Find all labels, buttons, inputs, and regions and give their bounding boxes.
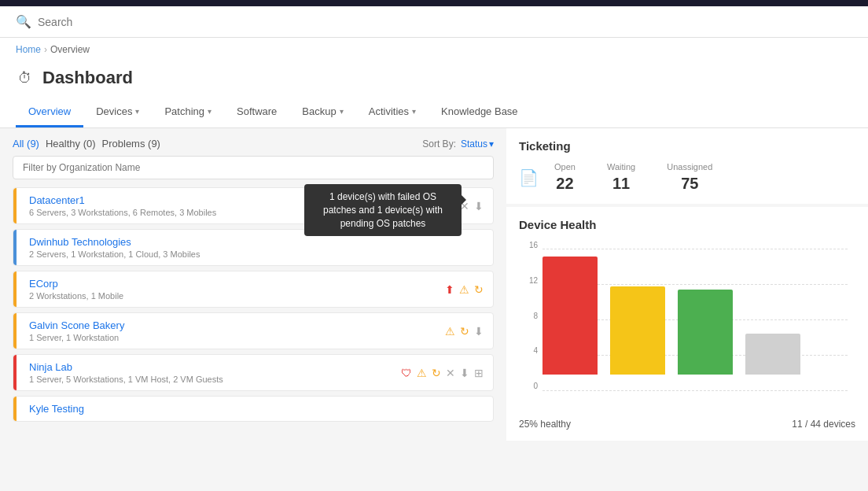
org-details: 6 Servers, 3 Workstations, 6 Remotes, 3 … [29,208,216,217]
org-item: ECorp2 Workstations, 1 Mobile⬆⚠↻ [13,271,494,308]
nav-tab-devices[interactable]: Devices▾ [83,98,152,127]
ticket-stat-label: Unassigned [667,162,712,172]
org-item: Kyle Testing [13,396,494,422]
filter-tab-problems[interactable]: Problems (9) [102,138,160,150]
chart-footer-label: 25% healthy [519,419,571,430]
nav-tab-software[interactable]: Software [224,98,289,127]
org-details: 2 Servers, 1 Workstation, 1 Cloud, 3 Mob… [29,249,200,259]
org-status-icon: ⚠ [445,325,455,338]
nav-tab-knowledge-base[interactable]: Knowledge Base [428,98,531,127]
org-icons: ⚠↻⬇ [445,325,484,338]
org-status-icon: ⚠ [417,367,427,379]
org-status-icon: ⬇ [460,367,469,379]
org-info: Galvin Scone Bakery1 Server, 1 Workstati… [23,319,124,342]
org-border [13,188,17,223]
ticket-stat-label: Waiting [607,162,635,172]
org-status-icon: 🛡 [401,367,412,379]
org-border [13,355,17,390]
chart-bar-wrap [745,241,800,375]
search-bar: 🔍 [0,6,868,38]
org-icons: ⬆⚠↻ [445,283,484,296]
org-info: Dwinhub Technologies2 Servers, 1 Worksta… [23,236,200,259]
ticketing-section: Ticketing 📄 Open22Waiting11Unassigned75 [506,128,868,204]
page-header: ⏱ Dashboard [0,61,868,98]
org-border [13,271,17,307]
ticket-stat-value: 75 [667,175,712,193]
chevron-icon: ▾ [412,107,416,116]
main-content: All (9)Healthy (0)Problems (9) Sort By: … [0,128,868,471]
right-panel: Ticketing 📄 Open22Waiting11Unassigned75 … [506,128,868,471]
org-filter-input[interactable] [13,156,494,179]
org-name[interactable]: Datacenter1 [29,194,216,206]
chart-footer-label: 11 / 44 devices [792,419,855,430]
ticket-stat-value: 11 [607,175,635,193]
chart-footer-item: 25% healthy [519,419,571,430]
org-name[interactable]: Kyle Testing [29,403,84,415]
org-status-icon: ⊞ [474,367,484,379]
search-input[interactable] [38,16,195,28]
filter-tab-healthy[interactable]: Healthy (0) [46,138,96,150]
sort-value[interactable]: Status ▾ [461,138,494,150]
org-status-icon: ⬇ [474,325,484,338]
chevron-icon: ▾ [340,107,344,116]
org-info: Datacenter16 Servers, 3 Workstations, 6 … [23,194,216,217]
chart-y-label: 0 [519,382,541,390]
sort-row: Sort By: Status ▾ [422,138,494,150]
chart-area [519,241,855,375]
ticket-stats: Open22Waiting11Unassigned75 [554,162,855,193]
org-border [13,397,17,421]
ticket-stat-unassigned: Unassigned75 [667,162,712,193]
search-icon: 🔍 [16,14,31,29]
breadcrumb-current: Overview [50,44,90,55]
breadcrumb-home[interactable]: Home [16,44,41,55]
org-info: Ninja Lab1 Server, 5 Workstations, 1 VM … [23,361,223,384]
org-name[interactable]: Galvin Scone Bakery [29,319,124,331]
chart-footer-item: 11 / 44 devices [792,419,855,430]
left-panel: All (9)Healthy (0)Problems (9) Sort By: … [0,128,506,471]
sort-chevron-icon: ▾ [489,138,494,150]
ticketing-row: 📄 Open22Waiting11Unassigned75 [519,162,855,193]
ticket-stat-label: Open [554,162,576,172]
sort-value-text: Status [461,138,487,150]
chart-bar-yellow [610,286,665,375]
nav-tab-activities[interactable]: Activities▾ [356,98,428,127]
org-status-icon: ↻ [460,325,469,338]
breadcrumb: Home › Overview [0,38,868,61]
org-item: Ninja Lab1 Server, 5 Workstations, 1 VM … [13,354,494,391]
org-name[interactable]: Dwinhub Technologies [29,236,200,248]
chart-bar-red [542,257,598,375]
nav-tabs: OverviewDevices▾Patching▾SoftwareBackup▾… [0,98,868,128]
ticket-stat-open: Open22 [554,162,576,193]
org-item: Datacenter16 Servers, 3 Workstations, 6 … [13,187,494,224]
dashboard-icon: ⏱ [16,68,35,87]
ticketing-title: Ticketing [519,139,855,153]
org-info: Kyle Testing [23,403,84,415]
device-health-title: Device Health [519,218,855,231]
nav-tab-patching[interactable]: Patching▾ [152,98,224,127]
org-status-icon: ⚠ [459,283,469,296]
filter-sort-row: All (9)Healthy (0)Problems (9) Sort By: … [13,138,494,150]
chart-bar-gray [745,334,800,375]
org-name[interactable]: Ninja Lab [29,361,223,373]
device-health-section: Device Health 1612840 25% healthy1 [506,207,868,441]
ticket-stat-waiting: Waiting11 [607,162,635,193]
ticket-stat-value: 22 [554,175,576,193]
org-icons: 🛡⚠↻✕⬇⊞ [401,367,484,379]
chart-bar-wrap [678,241,733,375]
chart-bar-green [678,290,733,375]
org-status-icon: ⬇ [474,200,484,212]
sort-label: Sort By: [422,138,456,150]
org-name[interactable]: ECorp [29,278,123,290]
page-title: Dashboard [42,68,133,88]
org-tooltip: 1 device(s) with failed OS patches and 1… [304,184,462,236]
filter-tab-all[interactable]: All (9) [13,138,39,150]
nav-tab-overview[interactable]: Overview [16,98,83,127]
nav-tab-backup[interactable]: Backup▾ [289,98,355,127]
chart-footer: 25% healthy11 / 44 devices [519,414,855,430]
chevron-icon: ▾ [135,107,139,116]
breadcrumb-separator: › [44,44,47,55]
org-border [13,230,17,265]
org-status-icon: ✕ [446,367,455,379]
org-list: Datacenter16 Servers, 3 Workstations, 6 … [13,187,494,426]
org-status-icon: ⬆ [445,283,454,296]
